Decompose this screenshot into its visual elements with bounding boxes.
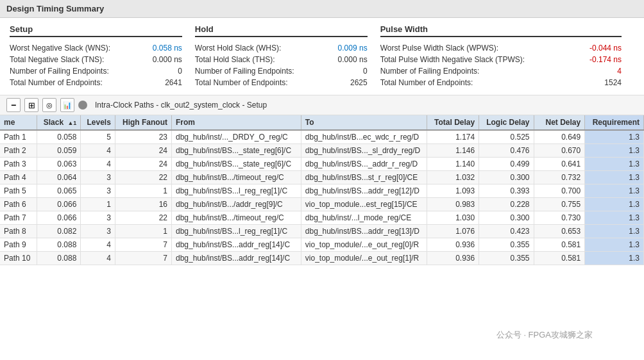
- col-header-slack[interactable]: Slack ▲1: [37, 115, 81, 130]
- cell-from: dbg_hub/inst/BS...addr_reg[14]/C: [171, 252, 301, 265]
- summary-label: Total Number of Endpoints:: [10, 78, 131, 87]
- cell-levels: 4: [81, 238, 115, 252]
- cell-to: vio_top_module...est_reg[15]/CE: [301, 198, 427, 211]
- cell-req: 1.3: [585, 130, 644, 144]
- cell-levels: 3: [81, 211, 115, 225]
- summary-label: Total Hold Slack (THS):: [195, 55, 316, 64]
- cell-fanout: 22: [115, 171, 171, 184]
- table-row[interactable]: Path 70.066322dbg_hub/inst/B.../timeout_…: [0, 211, 644, 225]
- col-header-levels[interactable]: Levels: [81, 115, 115, 130]
- summary-row: Worst Negative Slack (WNS):0.058 ns: [10, 42, 182, 54]
- cell-from: dbg_hub/inst/BS...l_reg_reg[1]/C: [171, 184, 301, 198]
- cell-req: 1.3: [585, 144, 644, 158]
- col-header-requirement[interactable]: Requirement: [585, 115, 644, 130]
- minus-icon: −: [11, 100, 16, 110]
- timing-table-container: me Slack ▲1 Levels High Fanout From To T…: [0, 115, 644, 265]
- cell-total: 0.936: [427, 238, 479, 252]
- col-header-logic[interactable]: Logic Delay: [479, 115, 534, 130]
- summary-section: Setup Worst Negative Slack (WNS):0.058 n…: [0, 18, 644, 95]
- cell-req: 1.3: [585, 211, 644, 225]
- summary-label: Worst Negative Slack (WNS):: [10, 44, 131, 53]
- table-row[interactable]: Path 30.063424dbg_hub/inst/BS..._state_r…: [0, 158, 644, 171]
- collapse-button[interactable]: −: [6, 98, 21, 112]
- table-row[interactable]: Path 80.08231dbg_hub/inst/BS...l_reg_reg…: [0, 225, 644, 238]
- cell-levels: 3: [81, 171, 115, 184]
- cell-slack: 0.065: [37, 184, 81, 198]
- summary-row: Total Negative Slack (TNS):0.000 ns: [10, 54, 182, 65]
- summary-row: Total Number of Endpoints:2625: [195, 77, 368, 88]
- cell-req: 1.3: [585, 184, 644, 198]
- chart-button[interactable]: 📊: [60, 98, 74, 112]
- col-header-name[interactable]: me: [0, 115, 37, 130]
- table-row[interactable]: Path 40.064322dbg_hub/inst/B.../timeout_…: [0, 171, 644, 184]
- cell-fanout: 1: [115, 184, 171, 198]
- toolbar-label: Intra-Clock Paths - clk_out2_system_cloc…: [95, 101, 267, 110]
- summary-value: 0: [131, 67, 182, 76]
- table-row[interactable]: Path 60.066116dbg_hub/inst/B.../addr_reg…: [0, 198, 644, 211]
- cell-fanout: 1: [115, 225, 171, 238]
- col-header-to[interactable]: To: [301, 115, 427, 130]
- summary-row: Total Number of Endpoints:1524: [380, 77, 622, 88]
- col-header-total[interactable]: Total Delay: [427, 115, 479, 130]
- cell-name: Path 1: [0, 130, 37, 144]
- cell-logic: 0.228: [479, 198, 534, 211]
- cell-slack: 0.064: [37, 171, 81, 184]
- pin-button[interactable]: ⊞: [24, 98, 38, 112]
- cell-total: 1.032: [427, 171, 479, 184]
- cell-from: dbg_hub/inst/B.../timeout_reg/C: [171, 211, 301, 225]
- cell-slack: 0.082: [37, 225, 81, 238]
- pin-icon: ⊞: [28, 101, 35, 110]
- cell-levels: 4: [81, 252, 115, 265]
- cell-name: Path 4: [0, 171, 37, 184]
- cell-net: 0.755: [534, 198, 585, 211]
- table-row[interactable]: Path 100.08847dbg_hub/inst/BS...addr_reg…: [0, 252, 644, 265]
- cell-total: 1.093: [427, 184, 479, 198]
- filter-button[interactable]: ◎: [42, 98, 56, 112]
- cell-req: 1.3: [585, 198, 644, 211]
- cell-to: dbg_hub/inst/B...ec_wdc_r_reg/D: [301, 130, 427, 144]
- cell-net: 0.653: [534, 225, 585, 238]
- cell-levels: 5: [81, 130, 115, 144]
- table-row[interactable]: Path 50.06531dbg_hub/inst/BS...l_reg_reg…: [0, 184, 644, 198]
- table-row[interactable]: Path 90.08847dbg_hub/inst/BS...addr_reg[…: [0, 238, 644, 252]
- cell-net: 0.581: [534, 252, 585, 265]
- summary-value: 0: [316, 67, 368, 76]
- summary-label: Number of Failing Endpoints:: [380, 67, 570, 76]
- table-row[interactable]: Path 10.058523dbg_hub/inst/..._DRDY_O_re…: [0, 130, 644, 144]
- cell-name: Path 6: [0, 198, 37, 211]
- cell-from: dbg_hub/inst/BS...addr_reg[14]/C: [171, 238, 301, 252]
- cell-from: dbg_hub/inst/..._DRDY_O_reg/C: [171, 130, 301, 144]
- summary-value: 0.009 ns: [316, 44, 368, 53]
- cell-levels: 1: [81, 198, 115, 211]
- cell-net: 0.732: [534, 171, 585, 184]
- cell-total: 1.140: [427, 158, 479, 171]
- cell-logic: 0.355: [479, 252, 534, 265]
- cell-logic: 0.355: [479, 238, 534, 252]
- cell-fanout: 16: [115, 198, 171, 211]
- summary-label: Total Number of Endpoints:: [195, 78, 316, 87]
- summary-value: 0.000 ns: [131, 55, 182, 64]
- cell-levels: 4: [81, 144, 115, 158]
- cell-slack: 0.088: [37, 238, 81, 252]
- cell-slack: 0.058: [37, 130, 81, 144]
- cell-total: 1.174: [427, 130, 479, 144]
- hold-group: Hold Worst Hold Slack (WHS):0.009 nsTota…: [195, 24, 380, 88]
- col-header-from[interactable]: From: [171, 115, 301, 130]
- cell-levels: 4: [81, 158, 115, 171]
- cell-fanout: 7: [115, 238, 171, 252]
- summary-row: Number of Failing Endpoints:0: [10, 65, 182, 77]
- col-header-net[interactable]: Net Delay: [534, 115, 585, 130]
- cell-total: 1.076: [427, 225, 479, 238]
- cell-from: dbg_hub/inst/BS..._state_reg[6]/C: [171, 158, 301, 171]
- cell-name: Path 8: [0, 225, 37, 238]
- table-row[interactable]: Path 20.059424dbg_hub/inst/BS..._state_r…: [0, 144, 644, 158]
- filter-icon: ◎: [46, 101, 53, 110]
- col-header-fanout[interactable]: High Fanout: [115, 115, 171, 130]
- summary-value: 2625: [316, 78, 368, 87]
- cell-to: dbg_hub/inst/BS..._sl_drdy_reg/D: [301, 144, 427, 158]
- cell-to: vio_top_module/...e_out_reg[1]/R: [301, 252, 427, 265]
- cell-logic: 0.499: [479, 158, 534, 171]
- summary-row: Worst Pulse Width Slack (WPWS):-0.044 ns: [380, 42, 622, 54]
- summary-row: Total Hold Slack (THS):0.000 ns: [195, 54, 368, 65]
- pulse-width-title: Pulse Width: [380, 24, 622, 37]
